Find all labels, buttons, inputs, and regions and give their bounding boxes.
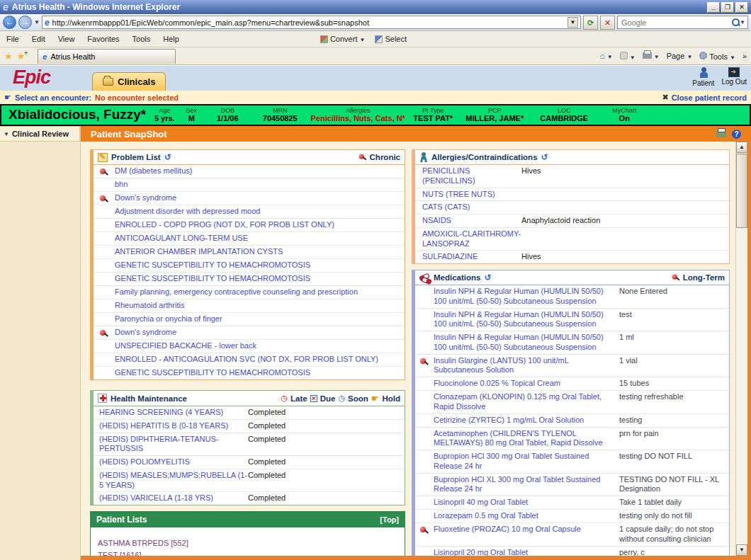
problem-row[interactable]: ENROLLED - COPD PROG (NOT DX, FOR PROB L… bbox=[94, 218, 405, 232]
medication-row[interactable]: Cetirizine (ZYRTEC) 1 mg/mL Oral Solutio… bbox=[415, 413, 729, 427]
problem-row[interactable]: Rheumatoid arthritis bbox=[94, 299, 405, 312]
medication-row[interactable]: Lisinopril 40 mg Oral Tablet Take 1 tabl… bbox=[415, 496, 729, 509]
health-maintenance-row[interactable]: (HEDIS) MEASLES;MUMPS;RUBELLA (1-5 YEARS… bbox=[94, 469, 405, 492]
problem-name[interactable]: UNSPECIFIED BACKACHE - lower back bbox=[115, 341, 402, 351]
refresh-icon[interactable]: ↺ bbox=[164, 152, 171, 162]
scrollbar-thumb[interactable] bbox=[736, 154, 747, 228]
problem-row[interactable]: Paronychia or onychia of finger bbox=[94, 312, 405, 326]
vertical-scrollbar[interactable]: ▲ ▼ bbox=[735, 142, 747, 556]
top-link[interactable]: [Top] bbox=[380, 515, 399, 524]
hm-topic[interactable]: (HEDIS) POLIOMYELITIS bbox=[94, 457, 248, 467]
hm-topic[interactable]: (HEDIS) DIPHTHERIA-TETANUS-PERTUSSIS bbox=[94, 435, 248, 455]
allergen-name[interactable]: SULFADIAZINE bbox=[415, 252, 521, 262]
medication-row[interactable]: Clonazepam (KLONOPIN) 0.125 mg Oral Tabl… bbox=[415, 390, 729, 413]
problem-name[interactable]: GENETIC SUSCEPTIBILITY TO HEMACHROMOTOSI… bbox=[115, 261, 402, 270]
medication-name[interactable]: Lisinopril 40 mg Oral Tablet bbox=[434, 498, 615, 508]
minimize-button[interactable]: _ bbox=[707, 2, 720, 13]
allergy-row[interactable]: PENICILLINS (PENICILLINS) Hives bbox=[415, 165, 729, 188]
menu-item[interactable]: Help bbox=[157, 33, 186, 45]
medication-row[interactable]: Fluoxetine (PROZAC) 10 mg Oral Capsule 1… bbox=[415, 522, 729, 546]
toolbar-overflow[interactable]: » bbox=[742, 52, 747, 60]
allergen-name[interactable]: AMOXICIL-CLARITHROMY-LANSOPRAZ bbox=[415, 229, 521, 249]
print-button[interactable]: ▼ bbox=[643, 52, 660, 60]
medication-row[interactable]: Lorazepam 0.5 mg Oral Tablet testing onl… bbox=[415, 509, 729, 522]
problem-row[interactable]: Down's syndrome bbox=[94, 326, 405, 339]
medication-row[interactable]: Insulin Glargine (LANTUS) 100 unit/mL Su… bbox=[415, 354, 729, 377]
medication-row[interactable]: Bupropion HCl 300 mg Oral Tablet Sustain… bbox=[415, 450, 729, 473]
tab-atrius-health[interactable]: e Atrius Health bbox=[38, 49, 176, 64]
problem-row[interactable]: bhn bbox=[94, 178, 405, 191]
problem-name[interactable]: Family planning, emergency contraceptive… bbox=[115, 287, 402, 297]
add-favorite-icon[interactable]: ★ bbox=[17, 51, 26, 62]
medication-row[interactable]: Fluocinolone 0.025 % Topical Cream 15 tu… bbox=[415, 377, 729, 390]
menu-item[interactable]: File bbox=[0, 33, 26, 45]
logout-button[interactable]: Log Out bbox=[721, 67, 747, 87]
health-maintenance-row[interactable]: (HEDIS) DIPHTHERIA-TETANUS-PERTUSSIS Com… bbox=[94, 433, 405, 456]
health-maintenance-row[interactable]: (HEDIS) POLIOMYELITIS Completed bbox=[94, 455, 405, 469]
problem-row[interactable]: ANTICOAGULANT LONG-TERM USE bbox=[94, 232, 405, 245]
stop-button[interactable]: ✕ bbox=[600, 16, 615, 30]
allergy-row[interactable]: NSAIDS Anaphylactoid reaction bbox=[415, 214, 729, 227]
convert-button[interactable]: Convert ▼ bbox=[320, 35, 366, 43]
hm-topic[interactable]: (HEDIS) HEPATITIS B (0-18 YEARS) bbox=[94, 421, 248, 431]
allergen-name[interactable]: CATS (CATS) bbox=[415, 202, 521, 212]
feeds-button[interactable]: ▼ bbox=[620, 52, 636, 61]
address-dropdown-icon[interactable]: ▼ bbox=[568, 17, 578, 28]
problem-name[interactable]: ANTERIOR CHAMBER IMPLANTATION CYSTS bbox=[115, 247, 402, 257]
back-button[interactable]: ← bbox=[3, 16, 16, 29]
medication-name[interactable]: Bupropion HCl 300 mg Oral Tablet Sustain… bbox=[434, 452, 615, 472]
search-dropdown-icon[interactable]: ▼ bbox=[740, 19, 745, 25]
medication-row[interactable]: Insulin NPH & Regular Human (HUMULIN 50/… bbox=[415, 331, 729, 354]
health-maintenance-row[interactable]: (HEDIS) VARICELLA (1-18 YRS) Completed bbox=[94, 491, 405, 505]
hm-topic[interactable]: HEARING SCREENING (4 YEARS) bbox=[94, 408, 248, 418]
allergy-row[interactable]: NUTS (TREE NUTS) bbox=[415, 188, 729, 201]
medication-name[interactable]: Insulin NPH & Regular Human (HUMULIN 50/… bbox=[434, 287, 615, 307]
medication-name[interactable]: Lorazepam 0.5 mg Oral Tablet bbox=[434, 511, 615, 521]
home-button[interactable]: ⌂ ▼ bbox=[599, 51, 612, 61]
search-input[interactable] bbox=[620, 18, 705, 28]
menu-item[interactable]: View bbox=[52, 33, 81, 45]
allergen-name[interactable]: NUTS (TREE NUTS) bbox=[415, 190, 521, 200]
problem-name[interactable]: DM (diabetes mellitus) bbox=[115, 166, 402, 176]
medication-row[interactable]: Acetaminophen (CHILDREN'S TYLENOL MELTAW… bbox=[415, 427, 729, 450]
tools-menu[interactable]: Tools ▼ bbox=[699, 52, 735, 61]
patient-list-item[interactable]: ASTHMA BTRPEDS [552] bbox=[98, 537, 405, 549]
allergen-name[interactable]: NSAIDS bbox=[415, 216, 521, 226]
menu-item[interactable]: Tools bbox=[126, 33, 157, 45]
health-maintenance-row[interactable]: HEARING SCREENING (4 YEARS) Completed bbox=[94, 406, 405, 419]
problem-name[interactable]: GENETIC SUSCEPTIBILITY TO HEMACHROMOTOSI… bbox=[115, 274, 402, 284]
medication-name[interactable]: Fluocinolone 0.025 % Topical Cream bbox=[434, 379, 615, 389]
scroll-down-button[interactable]: ▼ bbox=[736, 544, 747, 556]
medication-name[interactable]: Fluoxetine (PROZAC) 10 mg Oral Capsule bbox=[434, 525, 615, 535]
sidebar-item-clinical-review[interactable]: ▼ Clinical Review bbox=[0, 126, 80, 142]
page-menu[interactable]: Page ▼ bbox=[667, 52, 693, 60]
address-field[interactable]: e http://wkenrmbappp01/EpicWeb/common/ep… bbox=[42, 16, 581, 29]
refresh-icon[interactable]: ↺ bbox=[484, 273, 491, 282]
problem-row[interactable]: Down's syndrome bbox=[94, 191, 405, 205]
problem-row[interactable]: UNSPECIFIED BACKACHE - lower back bbox=[94, 339, 405, 353]
close-button[interactable]: ✕ bbox=[735, 2, 748, 13]
medication-row[interactable]: Insulin NPH & Regular Human (HUMULIN 50/… bbox=[415, 308, 729, 331]
medication-name[interactable]: Bupropion HCl XL 300 mg Oral Tablet Sust… bbox=[434, 475, 615, 495]
problem-name[interactable]: Down's syndrome bbox=[115, 193, 402, 203]
medication-row[interactable]: Bupropion HCl XL 300 mg Oral Tablet Sust… bbox=[415, 473, 729, 496]
problem-row[interactable]: DM (diabetes mellitus) bbox=[94, 165, 405, 178]
problem-name[interactable]: Down's syndrome bbox=[115, 328, 402, 338]
scroll-up-button[interactable]: ▲ bbox=[736, 142, 747, 153]
problem-row[interactable]: GENETIC SUSCEPTIBILITY TO HEMACHROMOTOSI… bbox=[94, 258, 405, 272]
medication-name[interactable]: Insulin NPH & Regular Human (HUMULIN 50/… bbox=[434, 310, 615, 330]
patient-banner[interactable]: Xbialidocious, Fuzzy* Age 5 yrs. Sex M D… bbox=[0, 104, 751, 126]
restore-button[interactable]: ❐ bbox=[721, 2, 734, 13]
search-box[interactable]: ▼ bbox=[617, 16, 748, 29]
allergy-row[interactable]: CATS (CATS) bbox=[415, 200, 729, 214]
problem-name[interactable]: Adjustment disorder with depressed mood bbox=[115, 207, 402, 217]
medication-name[interactable]: Insulin NPH & Regular Human (HUMULIN 50/… bbox=[434, 333, 615, 353]
problem-row[interactable]: ENROLLED - ANTICOAGULATION SVC (NOT DX, … bbox=[94, 353, 405, 366]
problem-row[interactable]: GENETIC SUSCEPTIBILITY TO HEMACHROMOTOSI… bbox=[94, 272, 405, 285]
medication-name[interactable]: Clonazepam (KLONOPIN) 0.125 mg Oral Tabl… bbox=[434, 392, 615, 412]
forward-button[interactable]: → bbox=[18, 16, 32, 29]
medication-name[interactable]: Insulin Glargine (LANTUS) 100 unit/mL Su… bbox=[434, 356, 615, 376]
select-button[interactable]: Select bbox=[375, 35, 407, 43]
hm-topic[interactable]: (HEDIS) MEASLES;MUMPS;RUBELLA (1-5 YEARS… bbox=[94, 471, 248, 491]
problem-name[interactable]: ENROLLED - ANTICOAGULATION SVC (NOT DX, … bbox=[115, 355, 402, 365]
